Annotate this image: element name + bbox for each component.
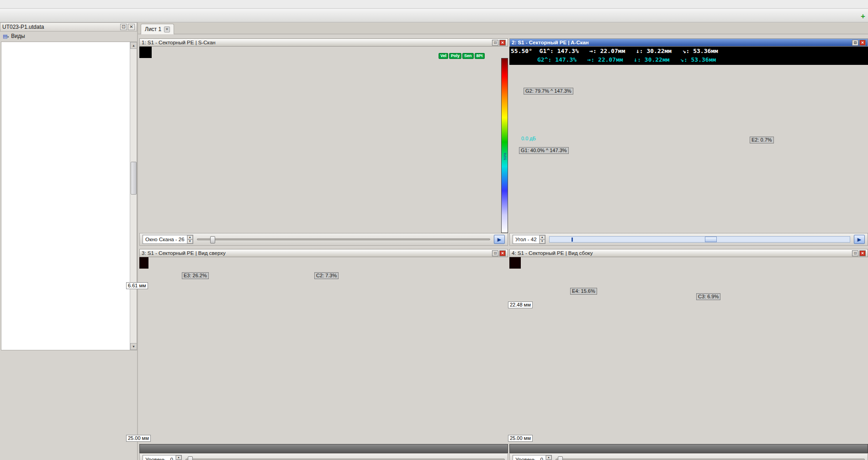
spinner-arrows-icon[interactable]: ▲▼ (187, 235, 193, 243)
toolbar (0, 9, 868, 22)
e3-marker-label: E3: 26.2% (182, 272, 209, 279)
sideview-horizontal-ruler[interactable] (521, 257, 868, 269)
sidebar-title-bar: UT023-P1.utdata ⊡ ✕ (0, 22, 137, 32)
level-spinner[interactable]: Уровень - 0 ▲▼ (143, 455, 182, 460)
angle-scrollbar[interactable] (549, 236, 850, 243)
e4-marker-label: E4: 15.6% (570, 288, 597, 295)
depth-line-value: 22.48 мм (508, 301, 533, 308)
panel-maximize-icon[interactable]: ⊡ (492, 40, 498, 46)
ascan-control-strip: Угол - 42 ▲▼ ▶ (509, 233, 868, 246)
panel-close-icon[interactable]: ✕ (859, 40, 866, 46)
spinner-arrows-icon[interactable]: ▲▼ (539, 235, 545, 243)
sideview-overview-strip[interactable] (509, 444, 868, 453)
ascan-horizontal-ruler[interactable] (509, 65, 868, 75)
ascan-readout: 55.50° G1^: 147.3% →: 22.07мм ↓: 30.22мм… (509, 47, 868, 65)
badge-sen: Sen (462, 53, 474, 59)
play-button[interactable]: ▶ (854, 235, 865, 244)
tab-bar: Лист 1 ✕ (138, 22, 868, 34)
sideview-vertical-ruler[interactable] (509, 269, 521, 444)
topview-ruler-corner (139, 257, 148, 269)
panel-close-icon[interactable]: ✕ (859, 250, 866, 256)
topview-control-strip: Уровень - 0 ▲▼ (139, 453, 508, 460)
ascan-view[interactable] (521, 75, 865, 233)
panel-close-icon[interactable]: ✕ (499, 250, 506, 256)
scan-window-spinner[interactable]: Окно Скана - 26 ▲▼ (143, 235, 193, 244)
document-title: UT023-P1.utdata (2, 24, 44, 30)
health-plus-icon: + (861, 12, 865, 21)
menu-bar (0, 0, 868, 9)
topview-horizontal-ruler[interactable] (148, 257, 503, 269)
slider-handle[interactable] (188, 456, 193, 460)
panel-maximize-icon[interactable]: ⊡ (492, 250, 498, 256)
gain-reference-label: 0.0 дБ (521, 136, 536, 141)
sidebar: UT023-P1.utdata ⊡ ✕ ▤▪ Виды ▲ ▼ (0, 22, 138, 460)
slider-handle[interactable] (210, 236, 215, 243)
depth-range-value: 25.00 мм (126, 435, 151, 442)
depth-line-value: 6.61 мм (126, 282, 148, 289)
topview-overview-strip[interactable] (139, 444, 508, 453)
sscan-title-bar[interactable]: 1: S1 - Секторный PE | S-Скан ⊡ ✕ (139, 38, 508, 47)
topview-title-bar[interactable]: 3: S1 - Секторный PE | Вид сверху ⊡ ✕ (139, 249, 508, 257)
close-icon[interactable]: ✕ (128, 24, 135, 30)
spinner-arrows-icon[interactable]: ▲▼ (545, 455, 551, 460)
sscan-control-strip: Окно Скана - 26 ▲▼ ▶ (139, 233, 508, 246)
slider-handle[interactable] (558, 456, 563, 460)
scroll-marker (572, 238, 573, 242)
views-header: ▤▪ Виды (0, 32, 137, 41)
ascan-vertical-ruler[interactable] (509, 75, 521, 233)
depth-range-value: 25.00 мм (508, 435, 533, 442)
colorbar-50pct-label: 50% (503, 153, 507, 160)
sscan-ruler-corner (139, 47, 152, 58)
panel-close-icon[interactable]: ✕ (499, 40, 506, 46)
badge-8pt: 8Pt (475, 53, 485, 59)
e2-marker-label: E2: 0.7% (750, 137, 774, 143)
views-icon: ▤▪ (3, 33, 9, 39)
play-button[interactable]: ▶ (494, 235, 505, 244)
badge-poly: Poly (449, 53, 461, 59)
panel-maximize-icon[interactable]: ⊡ (852, 40, 858, 46)
level-spinner[interactable]: Уровень - 0 ▲▼ (513, 455, 552, 460)
panel-maximize-icon[interactable]: ⊡ (852, 250, 858, 256)
ascan-readout-gate1: 55.50° G1^: 147.3% →: 22.07мм ↓: 30.22мм… (511, 48, 718, 54)
badge-vel: Vel (439, 53, 448, 59)
tree-scrollbar[interactable]: ▲ ▼ (130, 42, 137, 350)
undock-icon[interactable]: ⊡ (120, 24, 127, 30)
sideview-control-strip: Уровень - 0 ▲▼ (509, 453, 868, 460)
horizontal-splitter[interactable] (139, 246, 868, 249)
sideview-view[interactable] (521, 269, 865, 444)
sideview-title-bar[interactable]: 4: S1 - Секторный PE | Вид сбоку ⊡ ✕ (509, 249, 868, 257)
sscan-badges: VelPolySen8Pt (439, 52, 486, 59)
angle-spinner[interactable]: Угол - 42 ▲▼ (513, 235, 545, 244)
sscan-view[interactable] (152, 58, 501, 233)
gate2-label[interactable]: G2: 79.7% ^ 147.3% (524, 88, 573, 95)
topview-vertical-ruler[interactable] (139, 269, 151, 444)
ascan-readout-gate2: G2^: 147.3% →: 22.07мм ↓: 30.22мм ↘: 53.… (537, 56, 716, 63)
scroll-down-icon[interactable]: ▼ (130, 343, 137, 350)
tab-sheet1[interactable]: Лист 1 ✕ (141, 24, 174, 34)
scrollbar-thumb[interactable] (131, 162, 137, 195)
gate1-label[interactable]: G1: 40.0% ^ 147.3% (519, 147, 569, 154)
scan-window-slider[interactable] (197, 238, 490, 240)
sideview-ruler-corner (509, 257, 521, 269)
c2-marker-label: C2: 7.3% (314, 272, 339, 279)
ascan-title-bar[interactable]: 2: S1 - Секторный PE | A-Скан ⊡ ✕ (509, 38, 868, 47)
amplitude-colorbar[interactable]: 50% (501, 58, 508, 233)
topview-view[interactable] (151, 269, 503, 444)
tab-close-icon[interactable]: ✕ (164, 26, 170, 32)
scroll-up-icon[interactable]: ▲ (130, 42, 137, 49)
application-window: + UT023-P1.utdata ⊡ ✕ ▤▪ Виды ▲ ▼ Лист 1… (0, 0, 868, 460)
spinner-arrows-icon[interactable]: ▲▼ (175, 455, 181, 460)
sscan-vertical-ruler[interactable] (139, 58, 152, 233)
c3-marker-label: C3: 6.9% (696, 293, 720, 300)
scrollbar-thumb[interactable] (705, 237, 717, 242)
views-tree: ▲ ▼ (1, 42, 137, 350)
